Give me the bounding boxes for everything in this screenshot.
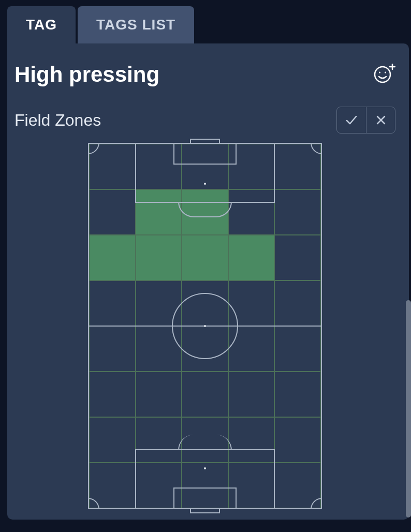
section-label: Field Zones (14, 111, 101, 130)
confirm-button[interactable] (337, 107, 366, 133)
zone-cell[interactable] (89, 372, 136, 417)
goal-bottom (190, 508, 220, 513)
section-row: Field Zones (14, 107, 395, 134)
center-dot (204, 325, 206, 327)
zone-cell[interactable] (228, 235, 275, 280)
svg-point-0 (375, 67, 390, 82)
zone-cell[interactable] (274, 189, 321, 235)
penalty-spot-bottom (204, 467, 206, 469)
action-group (336, 107, 395, 134)
zone-cell[interactable] (274, 372, 321, 417)
zone-cell[interactable] (274, 235, 321, 280)
tabs: TAG TAGS LIST (0, 0, 411, 43)
page-title: High pressing (14, 62, 159, 87)
goal-top (190, 139, 220, 144)
zone-cell[interactable] (274, 326, 321, 372)
zone-cell[interactable] (89, 189, 136, 235)
zone-cell[interactable] (136, 235, 182, 280)
zone-cell[interactable] (89, 235, 136, 280)
six-yard-box-top (173, 144, 237, 165)
zone-cell[interactable] (89, 417, 136, 463)
cancel-button[interactable] (366, 107, 395, 133)
svg-point-2 (385, 72, 386, 73)
tab-tag[interactable]: TAG (7, 6, 76, 43)
zone-cell[interactable] (182, 372, 228, 417)
zone-cell[interactable] (274, 417, 321, 463)
zone-cell[interactable] (274, 280, 321, 326)
zone-cell[interactable] (89, 326, 136, 372)
tab-tags-list[interactable]: TAGS LIST (78, 6, 194, 43)
zone-cell[interactable] (89, 280, 136, 326)
penalty-spot-top (204, 183, 206, 185)
pitch (88, 143, 322, 509)
emoji-add-icon[interactable] (373, 64, 395, 85)
svg-point-1 (379, 72, 380, 73)
penalty-arc-top (178, 202, 232, 217)
scrollbar[interactable] (406, 300, 411, 518)
zone-cell[interactable] (136, 372, 182, 417)
zone-cell[interactable] (182, 235, 228, 280)
six-yard-box-bottom (173, 487, 237, 508)
pitch-wrap (14, 143, 395, 509)
penalty-arc-bottom (178, 435, 232, 450)
panel: High pressing Field Zones (7, 43, 409, 520)
title-row: High pressing (14, 62, 395, 87)
zone-cell[interactable] (228, 372, 275, 417)
